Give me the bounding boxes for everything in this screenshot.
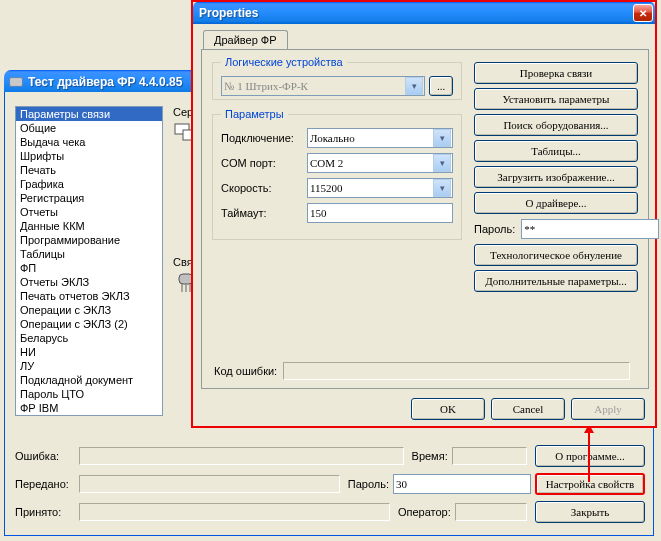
comport-label: COM порт: — [221, 157, 307, 169]
sidebar-item[interactable]: ЛУ — [16, 359, 162, 373]
timeout-input[interactable] — [307, 203, 453, 223]
close-button[interactable]: Закрыть — [535, 501, 645, 523]
group-logical-devices: Логические устройства ... — [212, 56, 462, 100]
sidebar-item[interactable]: НИ — [16, 345, 162, 359]
password-input-bottom[interactable] — [393, 474, 531, 494]
sidebar-item[interactable]: ФП — [16, 261, 162, 275]
operator-label: Оператор: — [398, 506, 451, 518]
sidebar-item[interactable]: Отчеты ЭКЛЗ — [16, 275, 162, 289]
sidebar-item[interactable]: Программирование — [16, 233, 162, 247]
error-label: Ошибка: — [15, 450, 75, 462]
sidebar-item[interactable]: Общие — [16, 121, 162, 135]
sidebar-item[interactable]: Графика — [16, 177, 162, 191]
dialog-password-input[interactable] — [521, 219, 659, 239]
sidebar-item[interactable]: Данные ККМ — [16, 219, 162, 233]
app-icon — [8, 74, 24, 90]
error-value — [79, 447, 404, 465]
comport-select[interactable] — [307, 153, 453, 173]
tables-button[interactable]: Таблицы... — [474, 140, 638, 162]
annotation-arrow — [588, 432, 590, 482]
dialog-title: Properties — [199, 6, 258, 20]
sent-label: Передано: — [15, 478, 75, 490]
sidebar-item[interactable]: ФР IBM — [16, 401, 162, 415]
bottom-panel: Ошибка: Время: О программе... Передано: … — [15, 445, 645, 529]
group-params: Параметры Подключение: COM порт: Скорост… — [212, 108, 462, 240]
sidebar-item[interactable]: Операции с ЭКЛЗ — [16, 303, 162, 317]
sidebar-item[interactable]: Беларусь — [16, 331, 162, 345]
dialog-password-label: Пароль: — [474, 223, 515, 235]
tech-reset-button[interactable]: Технологическое обнуление — [474, 244, 638, 266]
set-params-button[interactable]: Установить параметры — [474, 88, 638, 110]
received-label: Принято: — [15, 506, 75, 518]
properties-settings-button[interactable]: Настройка свойств — [535, 473, 645, 495]
cancel-button[interactable]: Cancel — [491, 398, 565, 420]
connection-select[interactable] — [307, 128, 453, 148]
sidebar-item[interactable]: Параметры связи — [16, 107, 162, 121]
sidebar-item[interactable]: Шрифты — [16, 149, 162, 163]
additional-params-button[interactable]: Дополнительные параметры... — [474, 270, 638, 292]
operator-value — [455, 503, 527, 521]
about-program-button[interactable]: О программе... — [535, 445, 645, 467]
sidebar-item[interactable]: Регистрация — [16, 191, 162, 205]
connection-label: Подключение: — [221, 132, 307, 144]
find-hardware-button[interactable]: Поиск оборудования... — [474, 114, 638, 136]
about-driver-button[interactable]: О драйвере... — [474, 192, 638, 214]
sent-value — [79, 475, 340, 493]
sidebar-item[interactable]: Подкладной документ — [16, 373, 162, 387]
properties-dialog: Properties ✕ Драйвер ФР Логические устро… — [191, 0, 657, 428]
tab-content: Логические устройства ... Параметры Подк… — [201, 49, 649, 389]
group-devices-legend: Логические устройства — [221, 56, 347, 68]
device-select[interactable] — [221, 76, 425, 96]
sidebar-item[interactable]: Таблицы — [16, 247, 162, 261]
group-params-legend: Параметры — [221, 108, 288, 120]
received-value — [79, 503, 390, 521]
ok-button[interactable]: OK — [411, 398, 485, 420]
password-label-bottom: Пароль: — [348, 478, 389, 490]
sidebar-item[interactable]: Печать отчетов ЭКЛЗ — [16, 289, 162, 303]
sidebar-item[interactable]: Операции с ЭКЛЗ (2) — [16, 317, 162, 331]
speed-select[interactable] — [307, 178, 453, 198]
right-buttons: Проверка связи Установить параметры Поис… — [474, 62, 638, 296]
timeout-label: Таймаут: — [221, 207, 307, 219]
error-code-value — [283, 362, 630, 380]
main-title: Тест драйвера ФР 4.4.0.85 — [28, 75, 182, 89]
time-value — [452, 447, 527, 465]
close-icon[interactable]: ✕ — [633, 4, 653, 22]
tab-driver[interactable]: Драйвер ФР — [203, 30, 288, 49]
sidebar-item[interactable]: Отчеты — [16, 205, 162, 219]
sidebar-item[interactable]: Выдача чека — [16, 135, 162, 149]
speed-label: Скорость: — [221, 182, 307, 194]
sidebar-item[interactable]: Пароль ЦТО — [16, 387, 162, 401]
time-label: Время: — [412, 450, 448, 462]
apply-button[interactable]: Apply — [571, 398, 645, 420]
sidebar-list[interactable]: Параметры связи Общие Выдача чека Шрифты… — [15, 106, 163, 416]
dialog-titlebar[interactable]: Properties ✕ — [193, 2, 655, 24]
dialog-buttons: OK Cancel Apply — [411, 398, 645, 420]
sidebar-item[interactable]: Печать — [16, 163, 162, 177]
load-image-button[interactable]: Загрузить изображение... — [474, 166, 638, 188]
error-code-label: Код ошибки: — [214, 365, 277, 377]
browse-device-button[interactable]: ... — [429, 76, 453, 96]
check-connection-button[interactable]: Проверка связи — [474, 62, 638, 84]
